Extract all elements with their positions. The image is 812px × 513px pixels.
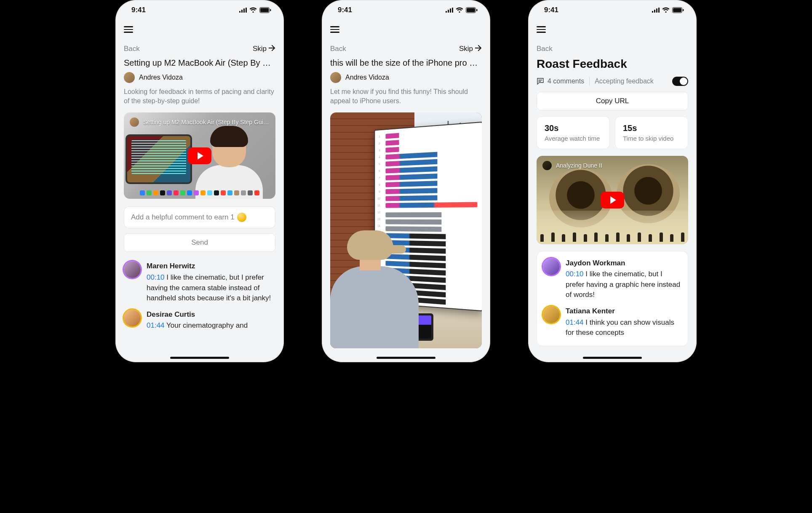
status-bar: 9:41 <box>528 0 697 20</box>
post-title: this will be the size of the iPhone pro … <box>330 58 482 68</box>
battery-icon <box>259 7 271 13</box>
comment-timestamp[interactable]: 01:44 <box>566 318 584 326</box>
skip-label: Skip <box>253 45 267 53</box>
comment-item[interactable]: Tatiana Kenter 01:44 I think you can sho… <box>543 306 682 338</box>
divider <box>589 77 590 86</box>
phone-screen-2: 9:41 Back Skip this will be the size of … <box>322 0 490 362</box>
status-time: 9:41 <box>544 6 558 14</box>
commenter-name: Maren Herwitz <box>147 261 275 272</box>
play-icon[interactable] <box>188 147 211 164</box>
author-name: Andres Vidoza <box>345 74 389 81</box>
stats-row: 30s Average watch time 15s Time to skip … <box>537 116 688 149</box>
commenter-avatar <box>543 306 560 323</box>
commenter-avatar <box>124 310 141 326</box>
home-indicator[interactable] <box>583 357 642 359</box>
back-link[interactable]: Back <box>124 45 140 53</box>
menu-button[interactable] <box>330 24 339 35</box>
status-time: 9:41 <box>338 6 352 14</box>
back-link[interactable]: Back <box>330 45 346 53</box>
commenter-name: Tatiana Kenter <box>566 306 682 317</box>
signal-icon <box>239 8 247 13</box>
thumbnail-crowd <box>537 225 688 242</box>
status-icons <box>446 7 478 13</box>
phone-screen-3: 9:41 Back Roast Feedback 4 comments Acce… <box>528 0 697 362</box>
comments-count-text: 4 comments <box>548 77 584 85</box>
comment-icon <box>537 77 544 85</box>
status-icons <box>239 7 271 13</box>
svg-rect-5 <box>476 9 478 11</box>
svg-rect-1 <box>260 8 269 12</box>
stat-value: 30s <box>545 123 602 133</box>
back-link[interactable]: Back <box>537 45 553 53</box>
stat-average-watch-time: 30s Average watch time <box>537 116 610 149</box>
comment-item[interactable]: Maren Herwitz 00:10 I like the cinematic… <box>124 261 275 304</box>
author-row[interactable]: Andres Vidoza <box>330 72 482 83</box>
author-avatar <box>124 72 135 83</box>
comment-input[interactable]: Add a helpful comment to earn 1 <box>124 206 275 228</box>
wifi-icon <box>456 7 463 13</box>
photo-person <box>330 230 414 348</box>
page-title: Roast Feedback <box>537 57 688 71</box>
comment-text: Your cinematography and <box>166 321 248 329</box>
battery-icon <box>672 7 684 13</box>
comment-item[interactable]: Desirae Curtis 01:44 Your cinematography… <box>124 310 275 331</box>
video-thumbnail[interactable]: Analyzing Dune II <box>537 156 688 244</box>
comments-count[interactable]: 4 comments <box>537 77 584 85</box>
feedback-status-row: 4 comments Accepting feedback <box>537 77 688 86</box>
post-description: Let me know if you find this funny! This… <box>330 87 482 106</box>
home-indicator[interactable] <box>377 357 435 359</box>
author-row[interactable]: Andres Vidoza <box>124 72 275 83</box>
commenter-name: Jaydon Workman <box>566 258 682 269</box>
comment-timestamp[interactable]: 00:10 <box>566 270 584 278</box>
stat-value: 15s <box>623 123 680 133</box>
arrow-right-icon <box>269 45 275 53</box>
post-description: Looking for feedback in terms of pacing … <box>124 87 275 106</box>
comments-list: Maren Herwitz 00:10 I like the cinematic… <box>124 261 275 331</box>
video-title: Analyzing Dune II <box>556 162 602 169</box>
post-title: Setting up M2 MacBook Air (Step By Step … <box>124 58 275 68</box>
copy-url-button[interactable]: Copy URL <box>537 92 688 110</box>
status-icons <box>652 7 684 13</box>
status-time: 9:41 <box>131 6 146 14</box>
video-content[interactable]: 123456789101112131415161718192021222324 <box>330 112 482 348</box>
comment-placeholder: Add a helpful comment to earn 1 <box>131 213 235 222</box>
signal-icon <box>652 8 660 13</box>
coin-icon <box>237 213 246 222</box>
accepting-feedback-toggle[interactable] <box>672 77 688 86</box>
author-avatar <box>330 72 341 83</box>
signal-icon <box>446 8 453 13</box>
menu-button[interactable] <box>537 24 546 35</box>
send-button[interactable]: Send <box>124 233 275 252</box>
author-name: Andres Vidoza <box>139 74 183 81</box>
stat-time-to-skip: 15s Time to skip video <box>615 116 688 149</box>
stat-label: Average watch time <box>545 135 602 142</box>
menu-button[interactable] <box>124 24 133 35</box>
accepting-feedback-label: Accepting feedback <box>595 77 654 85</box>
comment-timestamp[interactable]: 00:10 <box>147 273 165 281</box>
comment-text: I like the cinematic, but I prefer havin… <box>147 273 271 302</box>
home-indicator[interactable] <box>170 357 229 359</box>
commenter-avatar <box>124 261 141 278</box>
comments-list: Jaydon Workman 00:10 I like the cinemati… <box>537 251 688 346</box>
battery-icon <box>466 7 478 13</box>
svg-rect-4 <box>467 8 475 12</box>
play-icon[interactable] <box>601 192 624 208</box>
skip-label: Skip <box>459 45 473 53</box>
wifi-icon <box>249 7 257 13</box>
comment-item[interactable]: Jaydon Workman 00:10 I like the cinemati… <box>543 258 682 301</box>
commenter-name: Desirae Curtis <box>147 310 275 320</box>
phone-screen-1: 9:41 Back Skip Setting up M2 MacBook Air… <box>115 0 284 362</box>
svg-rect-8 <box>683 9 684 11</box>
skip-link[interactable]: Skip <box>253 45 275 53</box>
video-thumbnail[interactable]: Setting up M2 MacBook Air (Step By Step … <box>124 112 275 199</box>
wifi-icon <box>662 7 670 13</box>
arrow-right-icon <box>475 45 482 53</box>
status-bar: 9:41 <box>322 0 490 20</box>
status-bar: 9:41 <box>115 0 284 20</box>
comment-timestamp[interactable]: 01:44 <box>147 321 165 329</box>
commenter-avatar <box>543 258 560 275</box>
skip-link[interactable]: Skip <box>459 45 482 53</box>
stat-label: Time to skip video <box>623 135 680 142</box>
svg-rect-2 <box>270 9 271 11</box>
video-channel-avatar <box>542 161 552 170</box>
